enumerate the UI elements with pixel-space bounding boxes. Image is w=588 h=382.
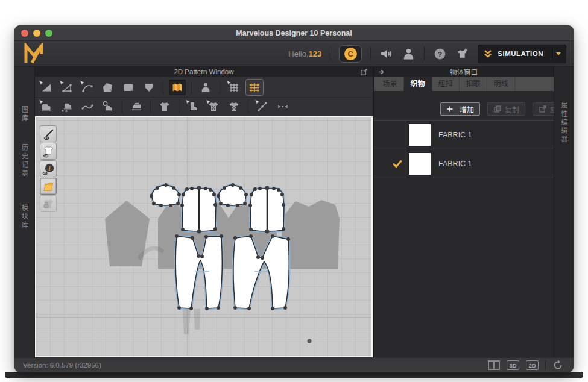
version-label: Version: 6.0.579 (r32956): [23, 362, 101, 369]
edit-sewing-tool[interactable]: [38, 99, 55, 114]
canvas-frame: [35, 116, 373, 357]
coin-button[interactable]: C: [339, 45, 362, 63]
shirt-lock-icon: [42, 198, 55, 210]
object-window-panel: 物体窗口 场景织物纽扣扣眼明线 增加 复制 应用 FABRIC 1FABRIC …: [373, 67, 554, 357]
avatar-add-icon[interactable]: [455, 47, 469, 61]
tab-场景[interactable]: 场景: [376, 77, 404, 91]
greeting-label: Hello,123: [288, 49, 321, 58]
coin-icon: C: [344, 48, 357, 60]
copy-fabric-button[interactable]: 复制: [487, 102, 525, 116]
fabric-list-item-2[interactable]: FABRIC 1: [374, 149, 554, 178]
shirt-eye-icon: [42, 145, 55, 158]
fabric-swatch[interactable]: [409, 124, 431, 146]
free-sewing-tool[interactable]: [79, 99, 96, 114]
fabric-name-label: FABRIC 1: [438, 131, 472, 139]
tab-扣眼[interactable]: 扣眼: [460, 77, 487, 91]
object-window-tabs: 场景织物纽扣扣眼明线: [374, 77, 554, 91]
detail-sewing-tool[interactable]: [100, 99, 116, 114]
arrangement-points-tool[interactable]: [197, 80, 214, 95]
pop-out-icon[interactable]: [360, 68, 368, 76]
tab-纽扣[interactable]: 纽扣: [432, 77, 460, 91]
fabric-name-label: FABRIC 1: [438, 160, 472, 168]
refresh-button[interactable]: [552, 360, 563, 371]
title-bar: Marvelous Designer 10 Personal: [14, 25, 574, 41]
info-eye-icon: [42, 163, 55, 175]
collapse-arrow-icon[interactable]: [378, 68, 385, 76]
edit-curvature-tool[interactable]: [79, 80, 96, 95]
texture-tool[interactable]: [226, 99, 242, 114]
user-icon[interactable]: [402, 47, 416, 61]
view-2d-button[interactable]: 2D: [526, 360, 539, 370]
split-view-button[interactable]: [488, 360, 500, 370]
cursor-icon: [206, 99, 211, 105]
iron-tool[interactable]: [128, 99, 145, 114]
help-icon[interactable]: [433, 47, 447, 61]
cursor-icon: [80, 80, 85, 86]
stray-point: [308, 339, 312, 343]
person-icon: [200, 81, 212, 93]
divider: [545, 360, 546, 370]
left-dock-tab-2[interactable]: 历史记录: [20, 144, 30, 178]
grid-transform-tool[interactable]: [226, 80, 242, 95]
add-fabric-button[interactable]: 增加: [440, 102, 480, 116]
pattern-window-title: 2D Pattern Window: [174, 68, 233, 75]
rectangle-tool[interactable]: [120, 80, 137, 95]
property-editor-tab[interactable]: 属性编辑器: [559, 102, 569, 144]
cursor-icon: [185, 99, 191, 105]
cursor-icon: [226, 80, 232, 86]
left-dock-tab-3[interactable]: 模块库: [20, 204, 30, 230]
show-info-button[interactable]: [40, 160, 57, 177]
divider: [551, 48, 551, 59]
grid-edit-tool[interactable]: [246, 80, 263, 95]
folder-icon: [42, 180, 55, 193]
shirt-icon: [159, 101, 171, 113]
speaker-icon[interactable]: [379, 47, 393, 61]
measure-tool[interactable]: [254, 99, 271, 114]
object-window-header[interactable]: 物体窗口: [374, 67, 554, 77]
transform-pattern-tool[interactable]: [38, 80, 55, 95]
fabric-list-item-1[interactable]: FABRIC 1: [374, 121, 554, 149]
dart-tool[interactable]: [141, 80, 157, 95]
wave-icon: [81, 101, 93, 113]
pattern-pieces[interactable]: [36, 117, 371, 356]
edit-pattern-tool[interactable]: [58, 80, 75, 95]
show-garment-button[interactable]: [40, 143, 57, 160]
tape-measure-tool[interactable]: [274, 99, 291, 114]
fold-arrangement-tool[interactable]: [169, 80, 186, 95]
tab-织物[interactable]: 织物: [404, 77, 432, 91]
fabric-list: FABRIC 1FABRIC 1: [374, 120, 554, 178]
divider: [122, 100, 122, 113]
show-sewing-button[interactable]: [40, 125, 57, 142]
copy-icon: [493, 105, 502, 113]
machine-dots-icon: [61, 101, 73, 113]
divider: [179, 100, 179, 113]
username-label[interactable]: 123: [309, 49, 322, 58]
selected-check-icon: [393, 160, 402, 168]
pattern-toolbar-row1: [35, 77, 373, 98]
fabric-swatch[interactable]: [409, 153, 431, 175]
divider: [150, 100, 151, 113]
simulation-button[interactable]: SIMULATION: [478, 45, 566, 63]
polygon-tool[interactable]: [100, 80, 116, 95]
machine-mag-icon: [102, 101, 114, 113]
fabric-actions: 增加 复制 应用: [440, 102, 543, 116]
fabric-shirt-tool[interactable]: [156, 99, 173, 114]
object-window-title: 物体窗口: [450, 67, 478, 77]
pattern-toolbar-row2: [35, 98, 373, 116]
pattern-canvas[interactable]: [36, 117, 371, 356]
marvelous-designer-logo-icon: [23, 43, 45, 64]
segment-sewing-tool[interactable]: [58, 99, 75, 114]
edit-texture-tool[interactable]: [185, 99, 201, 114]
simulation-label: SIMULATION: [498, 50, 543, 57]
dash-icon: [277, 101, 289, 113]
view-3d-button[interactable]: 3D: [507, 360, 519, 370]
lock-pattern-button[interactable]: [40, 195, 57, 212]
left-dock-tab-1[interactable]: 图库: [20, 106, 30, 123]
dropdown-caret-icon[interactable]: [556, 52, 561, 55]
tab-明线[interactable]: 明线: [487, 77, 515, 91]
pattern-window-header[interactable]: 2D Pattern Window: [35, 67, 373, 77]
show-pattern-button[interactable]: [40, 178, 57, 195]
app-window: Marvelous Designer 10 Personal Hello,123…: [14, 25, 574, 372]
transform-texture-tool[interactable]: [205, 99, 222, 114]
left-dock: 图库历史记录模块库: [14, 67, 35, 357]
